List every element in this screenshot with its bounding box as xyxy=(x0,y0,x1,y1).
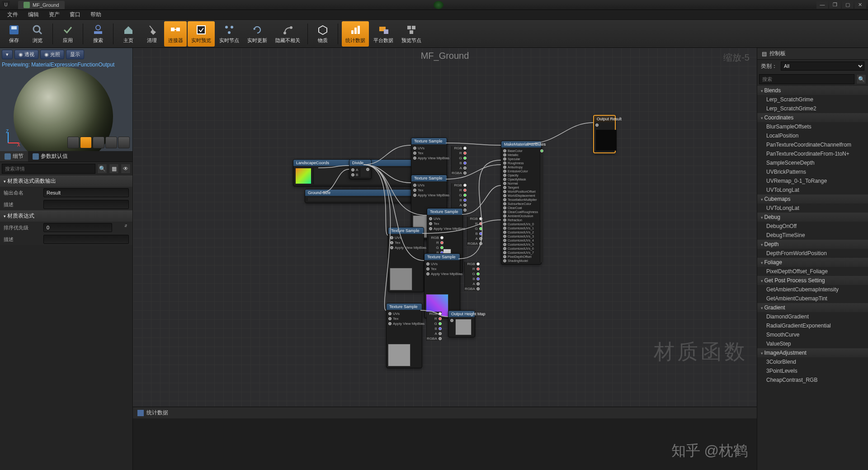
save-button[interactable]: 保存 xyxy=(3,21,25,47)
search-glass-icon[interactable]: 🔍 xyxy=(97,164,107,174)
hide-unrelated-button[interactable]: 隐藏不相关 xyxy=(272,21,304,47)
palette-item[interactable]: Lerp_ScratchGrime xyxy=(757,95,868,104)
palette-item[interactable]: UVToLongLat xyxy=(757,204,868,213)
palette-item[interactable]: PixelDepthOffset_Foliage xyxy=(757,267,868,276)
palette-header[interactable]: ▤控制板 xyxy=(757,48,868,60)
section-func-output[interactable]: 材质表达式函数输出 xyxy=(0,176,132,187)
palette-item[interactable]: SampleSceneDepth xyxy=(757,158,868,167)
node-texture-sample[interactable]: Texture Sample UVsTexApply View MipBias … xyxy=(386,303,422,368)
section-material-expr[interactable]: 材质表达式 xyxy=(0,210,132,222)
palette-item[interactable]: DiamondGradient xyxy=(757,312,868,321)
node-output-result[interactable]: Output Result xyxy=(593,115,616,153)
viewport-menu-button[interactable]: ▾ xyxy=(2,50,13,59)
menu-file[interactable]: 文件 xyxy=(3,10,23,19)
svg-rect-20 xyxy=(384,29,388,34)
palette-item[interactable]: CheapContrast_RGB xyxy=(757,375,868,385)
live-update-button[interactable]: 实时更新 xyxy=(244,21,271,47)
node-texture-sample[interactable]: Texture Sample UVsTexApply View MipBias … xyxy=(424,253,460,318)
platform-data-button[interactable]: 平台数据 xyxy=(370,21,397,47)
palette-item[interactable]: Lerp_ScratchGrime2 xyxy=(757,104,868,113)
menu-help[interactable]: 帮助 xyxy=(86,10,106,19)
palette-category[interactable]: Depth xyxy=(757,240,868,249)
spinner-icon[interactable]: ⇵ xyxy=(124,224,127,228)
maximize-button[interactable]: ▢ xyxy=(842,1,854,9)
show-button[interactable]: 显示 xyxy=(66,50,84,59)
palette-item[interactable]: DebugOnOff xyxy=(757,222,868,231)
palette-item[interactable]: PanTextureCoordinateFrom-1toN+ xyxy=(757,149,868,158)
stats-header[interactable]: 统计数据 xyxy=(133,407,757,418)
cleanup-button[interactable]: 清理 xyxy=(141,21,163,47)
node-output-height[interactable]: Output Height Map xyxy=(448,310,475,337)
live-preview-button[interactable]: 实时预览 xyxy=(188,21,215,47)
close-button[interactable]: ✕ xyxy=(854,1,866,9)
palette-item[interactable]: RadialGradientExponential xyxy=(757,321,868,330)
material-button[interactable]: 物质 xyxy=(311,21,334,47)
document-tab[interactable]: MF_Ground xyxy=(18,1,65,9)
palette-category[interactable]: Coordinates xyxy=(757,113,868,122)
shape-cylinder-button[interactable] xyxy=(67,137,79,148)
palette-item[interactable]: UVBrickPatterns xyxy=(757,167,868,176)
tab-param-defaults[interactable]: 参数默认值 xyxy=(28,151,72,161)
shape-mesh-button[interactable] xyxy=(118,137,130,148)
palette-item[interactable]: ValueStep xyxy=(757,339,868,348)
stats-button[interactable]: 统计数据 xyxy=(342,21,369,47)
details-icon xyxy=(5,153,11,160)
palette-item[interactable]: 3ColorBlend xyxy=(757,357,868,366)
perspective-button[interactable]: ◉ 透视 xyxy=(14,50,38,59)
category-select[interactable]: All xyxy=(781,62,864,71)
home-button[interactable]: 主页 xyxy=(117,21,140,47)
palette-category[interactable]: Cubemaps xyxy=(757,195,868,204)
palette-item[interactable]: PanTextureCoordinateChannelfrom xyxy=(757,140,868,149)
palette-item[interactable]: BlurSampleOffsets xyxy=(757,122,868,131)
browse-button[interactable]: 浏览 xyxy=(26,21,49,47)
apply-button[interactable]: 应用 xyxy=(57,21,79,47)
palette-category[interactable]: Blends xyxy=(757,86,868,95)
eye-icon[interactable]: 👁 xyxy=(121,164,131,174)
description-field[interactable] xyxy=(43,200,129,209)
palette-item[interactable]: UVToLongLat xyxy=(757,185,868,195)
sort-priority-field[interactable] xyxy=(43,223,112,232)
palette-category[interactable]: Get Post Process Setting xyxy=(757,276,868,285)
restore-button[interactable]: ❐ xyxy=(829,1,841,9)
node-divide[interactable]: Divide AB xyxy=(349,159,372,179)
palette-list[interactable]: BlendsLerp_ScratchGrimeLerp_ScratchGrime… xyxy=(757,86,868,470)
preview-nodes-button[interactable]: 预览节点 xyxy=(398,21,425,47)
palette-category[interactable]: ImageAdjustment xyxy=(757,348,868,357)
lighting-button[interactable]: ◉ 光照 xyxy=(40,50,64,59)
output-name-field[interactable] xyxy=(43,188,129,197)
search-button[interactable]: 搜索 xyxy=(87,21,109,47)
palette-category[interactable]: Debug xyxy=(757,213,868,222)
shape-plane-button[interactable] xyxy=(93,137,104,148)
menu-edit[interactable]: 编辑 xyxy=(24,10,43,19)
shape-sphere-button[interactable] xyxy=(80,137,92,148)
palette-item[interactable]: GetAmbientCubemapIntensity xyxy=(757,285,868,294)
palette-item[interactable]: UVRemap_0-1_ToRange xyxy=(757,176,868,185)
menu-window[interactable]: 窗口 xyxy=(65,10,85,19)
tab-details[interactable]: 细节 xyxy=(0,151,28,161)
palette-item[interactable]: LocalPosition xyxy=(757,131,868,140)
material-graph[interactable]: MF_Ground 缩放-5 材质函数 xyxy=(133,48,757,407)
palette-category[interactable]: Foliage xyxy=(757,258,868,267)
palette-item[interactable]: 3PointLevels xyxy=(757,366,868,375)
palette-item[interactable]: SmoothCurve xyxy=(757,330,868,339)
palette-item[interactable]: DepthFromWorldPosition xyxy=(757,249,868,258)
menu-asset[interactable]: 资产 xyxy=(44,10,64,19)
live-nodes-button[interactable]: 实时节点 xyxy=(216,21,243,47)
view-grid-icon[interactable]: ▦ xyxy=(109,164,119,174)
minimize-button[interactable]: — xyxy=(816,1,828,9)
palette-search-row: 🔍 xyxy=(757,72,868,86)
palette-search-icon[interactable]: 🔍 xyxy=(856,74,866,84)
connectors-button[interactable]: 连接器 xyxy=(164,21,187,47)
node-ground-size[interactable]: Ground Size xyxy=(305,189,420,203)
palette-item[interactable]: DebugTimeSine xyxy=(757,231,868,240)
shape-cube-button[interactable] xyxy=(105,137,117,148)
palette-item[interactable]: GetAmbientCubemapTint xyxy=(757,294,868,303)
description2-field[interactable] xyxy=(43,235,129,244)
viewport-preview[interactable]: ▾ ◉ 透视 ◉ 光照 显示 Previewing: MaterialExpre… xyxy=(0,48,132,151)
palette-search-input[interactable] xyxy=(759,74,854,84)
source-control-icon[interactable] xyxy=(434,1,443,9)
details-search-input[interactable] xyxy=(2,164,95,174)
palette-category[interactable]: Gradient xyxy=(757,303,868,312)
node-make-material-attr[interactable]: MakeMaterialAttributes BaseColorMetallic… xyxy=(501,141,542,265)
node-texture-sample[interactable]: Texture Sample UVsTexApply View MipBias … xyxy=(388,227,424,292)
